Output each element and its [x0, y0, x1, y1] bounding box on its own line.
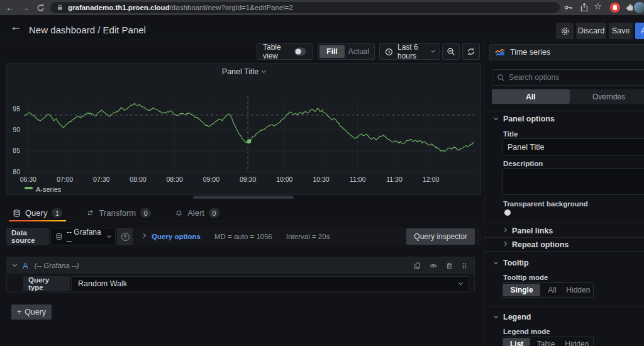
- panel-title-menu[interactable]: Panel Title: [7, 64, 480, 80]
- panel-title-input[interactable]: [502, 138, 644, 155]
- url-bar[interactable]: grafanademo.th1.proen.cloud/dashboard/ne…: [50, 2, 560, 13]
- tab-overrides[interactable]: Overrides: [570, 89, 644, 104]
- table-view-toggle[interactable]: Table view: [257, 43, 313, 60]
- legend-mode-hidden[interactable]: Hidden: [562, 338, 592, 346]
- svg-text:A-series: A-series: [36, 186, 62, 193]
- fill-option[interactable]: Fill: [319, 45, 345, 58]
- drag-handle-icon[interactable]: [461, 262, 468, 270]
- datasource-row: Data source -- Grafana -- ? Query option…: [6, 228, 481, 245]
- clock-icon: [385, 48, 393, 56]
- svg-text:12:00: 12:00: [423, 176, 439, 183]
- query-options-strip: Query options MD = auto = 1056 Interval …: [135, 228, 481, 245]
- panel-options-title: Panel options: [503, 114, 555, 123]
- chevron-down-icon: [431, 48, 435, 52]
- query-type-value: Random Walk: [78, 279, 127, 288]
- search-input[interactable]: [509, 73, 643, 82]
- zoom-out-icon: [447, 47, 455, 56]
- tooltip-mode-single[interactable]: Single: [503, 284, 540, 296]
- lock-icon: [57, 4, 64, 11]
- timeseries-viz-icon: [495, 48, 505, 56]
- query-inspector-button[interactable]: Query inspector: [406, 228, 475, 245]
- chevron-down-icon: [458, 281, 463, 285]
- tooltip-section[interactable]: Tooltip: [494, 259, 529, 267]
- extension-red-icon[interactable]: [610, 3, 620, 13]
- chevron-down-icon: [494, 260, 498, 264]
- panel-links-section[interactable]: Panel links: [503, 226, 553, 235]
- discard-button[interactable]: Discard: [576, 23, 606, 39]
- visualization-name: Time series: [510, 48, 550, 57]
- tab-all[interactable]: All: [492, 89, 570, 104]
- zoom-out-button[interactable]: [442, 43, 460, 60]
- tab-alert[interactable]: Alert 0: [171, 205, 223, 221]
- avatar[interactable]: [634, 2, 644, 13]
- add-query-label: Query: [25, 308, 46, 316]
- datasource-picker[interactable]: -- Grafana --: [50, 228, 116, 245]
- description-field-label: Description: [503, 160, 543, 167]
- query-row-body: Query type Random Walk: [7, 274, 474, 293]
- tooltip-mode-hidden[interactable]: Hidden: [564, 284, 592, 296]
- svg-text:07:30: 07:30: [93, 176, 109, 183]
- transparent-background-label: Transparent background: [503, 200, 588, 208]
- description-input[interactable]: [502, 168, 644, 195]
- browser-reload-icon[interactable]: [33, 4, 48, 12]
- legend-mode-table[interactable]: Table: [530, 338, 561, 346]
- back-arrow-icon[interactable]: ←: [10, 20, 21, 33]
- duplicate-query-icon[interactable]: [413, 262, 421, 270]
- tab-query[interactable]: Query 1: [9, 205, 66, 221]
- legend-section[interactable]: Legend: [494, 313, 531, 321]
- query-type-select[interactable]: Random Walk: [71, 276, 469, 291]
- delete-query-trash-icon[interactable]: [445, 262, 453, 270]
- title-field-label: Title: [503, 130, 518, 138]
- time-series-chart[interactable]: 06:3007:0007:3008:0008:3009:0009:3010:00…: [7, 80, 480, 194]
- legend-mode-list[interactable]: List: [503, 338, 530, 346]
- svg-text:09:00: 09:00: [203, 176, 219, 183]
- query-datasource-hint: (-- Grafana --): [35, 262, 79, 269]
- datasource-value: -- Grafana --: [67, 228, 104, 245]
- options-search[interactable]: [492, 69, 644, 86]
- browser-forward-icon[interactable]: →: [18, 0, 33, 15]
- database-icon: [13, 209, 21, 218]
- refresh-button[interactable]: [462, 43, 480, 60]
- section-divider: [484, 237, 644, 238]
- query-ref-id[interactable]: A: [23, 261, 28, 271]
- datasource-help-button[interactable]: ?: [117, 228, 133, 245]
- apply-button[interactable]: Apply: [635, 23, 644, 39]
- collapse-chevron-icon[interactable]: [13, 262, 17, 267]
- tooltip-title: Tooltip: [503, 259, 529, 267]
- browser-back-icon[interactable]: ←: [3, 0, 18, 15]
- sidebar-divider: [484, 40, 485, 346]
- svg-text:10:30: 10:30: [313, 176, 329, 183]
- time-range-picker[interactable]: Last 6 hours: [379, 43, 440, 60]
- svg-text:85: 85: [13, 147, 20, 154]
- gear-icon: [560, 26, 570, 36]
- query-options-link[interactable]: Query options: [152, 233, 201, 240]
- page-title: New dashboard / Edit Panel: [29, 25, 146, 35]
- section-divider: [484, 223, 644, 223]
- add-query-button[interactable]: + Query: [11, 304, 52, 320]
- svg-text:11:00: 11:00: [350, 176, 366, 183]
- svg-text:09:30: 09:30: [240, 176, 256, 183]
- search-icon: [497, 74, 505, 82]
- options-tabs: All Overrides: [492, 89, 644, 104]
- save-button[interactable]: Save: [609, 23, 633, 39]
- tooltip-mode-all[interactable]: All: [540, 284, 564, 296]
- visualization-picker[interactable]: Time series: [489, 44, 644, 60]
- max-data-points: MD = auto = 1056: [214, 233, 272, 240]
- chevron-down-icon: [262, 69, 266, 73]
- query-row-header[interactable]: A (-- Grafana --): [7, 257, 474, 274]
- key-icon[interactable]: [564, 3, 574, 13]
- tooltip-mode-label: Tooltip mode: [503, 274, 548, 281]
- panel-options-section[interactable]: Panel options: [494, 114, 555, 123]
- table-view-switch[interactable]: [294, 48, 306, 56]
- tab-alert-label: Alert: [187, 208, 204, 218]
- repeat-options-section[interactable]: Repeat options: [503, 240, 569, 249]
- panel-resize-handle[interactable]: [193, 196, 294, 199]
- bookmark-star-icon[interactable]: ☆: [594, 1, 602, 12]
- share-icon[interactable]: [579, 3, 589, 13]
- hide-query-eye-icon[interactable]: [429, 262, 438, 270]
- svg-text:06:30: 06:30: [20, 176, 36, 183]
- panel: Panel Title 06:3007:0007:3008:0008:3009:…: [6, 63, 481, 195]
- tab-transform[interactable]: Transform 0: [82, 205, 155, 221]
- actual-option[interactable]: Actual: [345, 47, 373, 56]
- panel-settings-button[interactable]: [556, 23, 574, 39]
